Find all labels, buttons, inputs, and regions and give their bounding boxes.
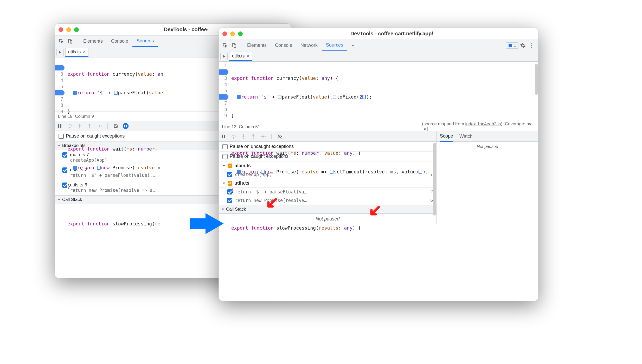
pause-uncaught-label: Pause on uncaught exceptions [230,144,294,149]
code-editor[interactable]: 1 2 3 4 5 6 7 8 9 export function curren… [219,62,538,122]
checkbox[interactable] [222,144,228,149]
code-content: export function currency(value: any) { r… [229,62,428,122]
tab-network[interactable]: Network [296,40,322,51]
tab-sources[interactable]: Sources [322,40,347,51]
bp-code: return '$' + parseFloat(va… [235,189,307,194]
breakpoint-line[interactable]: return '$' + parseFloat(va… 2 [219,188,436,196]
step-over-icon[interactable] [231,134,236,139]
tab-watch[interactable]: Watch [459,131,472,142]
minimize-window-button[interactable] [230,31,235,36]
devtools-toolbar: Elements Console Network Sources » 1 ⋮ [219,40,538,51]
navigator-toggle-icon[interactable] [56,49,64,56]
scope-watch-pane: Scope Watch Not paused [437,131,538,224]
close-window-button[interactable] [59,27,63,32]
close-window-button[interactable] [222,31,227,36]
bp-code: createApp(App) [235,172,272,177]
chevron-down-icon: ▼ [57,198,61,202]
svg-rect-10 [232,43,235,47]
bp-line-number: 6 [431,198,433,203]
breakpoint-marker-icon [73,166,77,170]
navigator-toggle-icon[interactable] [220,53,228,60]
checkbox[interactable] [59,134,64,139]
issues-icon [508,43,512,48]
inline-bp-icon [114,91,118,95]
window-controls [59,27,79,32]
svg-rect-13 [222,135,223,138]
inline-bp-icon [97,166,101,170]
pause-caught-label: Pause on caught exceptions [230,154,288,159]
breakpoint-group-header[interactable]: ▼ main.ts [219,161,436,170]
pause-icon[interactable] [57,123,63,129]
titlebar: DevTools - coffee-cart.netlify.app/ [219,28,538,40]
devtools-window-front: DevTools - coffee-cart.netlify.app/ Elem… [219,28,538,301]
svg-rect-1 [68,39,71,43]
scope-watch-tabs: Scope Watch [437,131,538,142]
inline-bp-icon [333,95,336,99]
inspect-icon[interactable] [221,41,230,50]
checkbox[interactable] [62,167,67,173]
checkbox[interactable] [222,154,228,159]
pause-icon[interactable] [221,134,227,139]
tab-console[interactable]: Console [271,40,296,51]
file-tab-utils[interactable]: utils.ts × [65,48,88,57]
separator [271,134,272,139]
device-toggle-icon[interactable] [66,37,75,46]
window-title: DevTools - coffee-cart.netlify.app/ [249,31,535,37]
checkbox[interactable] [227,172,232,177]
group-file: main.ts [234,163,251,168]
svg-point-18 [265,136,266,137]
step-icon[interactable] [260,134,266,139]
minimize-window-button[interactable] [66,27,71,32]
group-file: utils.ts [234,180,249,186]
breakpoint-line[interactable]: return new Promise(resolve… 6 [219,196,436,205]
breakpoint-group-header[interactable]: ▼ utils.ts [219,179,436,188]
mapped-source-link[interactable]: index.1ac4eab2.js [465,121,501,126]
pause-uncaught-row[interactable]: Pause on uncaught exceptions [219,142,436,152]
bp-line-number: 7 [431,172,433,177]
chevron-down-icon: ▼ [222,164,226,168]
maximize-window-button[interactable] [74,27,79,32]
device-toggle-icon[interactable] [230,41,239,50]
kebab-menu-icon[interactable]: ⋮ [527,41,536,50]
file-tab-utils[interactable]: utils.ts × [229,52,252,61]
issues-badge[interactable]: 1 [506,42,518,49]
deactivate-breakpoints-icon[interactable] [277,134,283,139]
inspect-icon[interactable] [57,37,66,46]
maximize-window-button[interactable] [238,31,243,36]
step-into-icon[interactable] [241,134,246,139]
file-tab-label: utils.ts [68,49,81,55]
scrollbar[interactable] [433,143,436,216]
checkbox[interactable] [62,183,67,188]
debugger-panel: Pause on uncaught exceptions Pause on ca… [219,142,436,224]
svg-rect-14 [224,135,225,138]
tab-elements[interactable]: Elements [243,40,271,51]
more-tabs[interactable]: » [347,40,358,51]
blue-arrow-annotation [206,213,224,234]
tab-console[interactable]: Console [107,36,132,47]
bp-line-number: 2 [431,189,433,194]
code-content: export function currency(value: an retur… [65,57,163,112]
debugger-toolbar [219,131,436,142]
close-icon[interactable]: × [83,49,86,55]
checkbox[interactable] [227,189,232,194]
pause-caught-row[interactable]: Pause on caught exceptions [219,152,436,161]
tab-scope[interactable]: Scope [440,131,453,142]
gutter[interactable]: 1 2 3 4 5 6 7 8 9 [55,57,65,112]
svg-point-16 [243,138,244,139]
tab-sources[interactable]: Sources [132,36,158,47]
checkbox[interactable] [62,152,67,158]
breakpoint-marker-icon [237,95,241,99]
red-arrow-annotation [265,197,278,211]
gutter[interactable]: 1 2 3 4 5 6 7 8 9 [219,62,229,122]
callstack-not-paused: Not paused [219,214,436,224]
scrollbar[interactable] [535,64,538,95]
settings-icon[interactable] [518,41,527,50]
chevron-down-icon: ▼ [57,144,61,147]
callstack-header[interactable]: ▼ Call Stack [219,205,436,214]
checkbox[interactable] [227,198,232,203]
inline-bp-icon [362,95,366,99]
breakpoint-line[interactable]: createApp(App) 7 [219,170,436,179]
close-icon[interactable]: × [247,53,249,59]
step-out-icon[interactable] [251,134,256,139]
tab-elements[interactable]: Elements [79,36,107,47]
